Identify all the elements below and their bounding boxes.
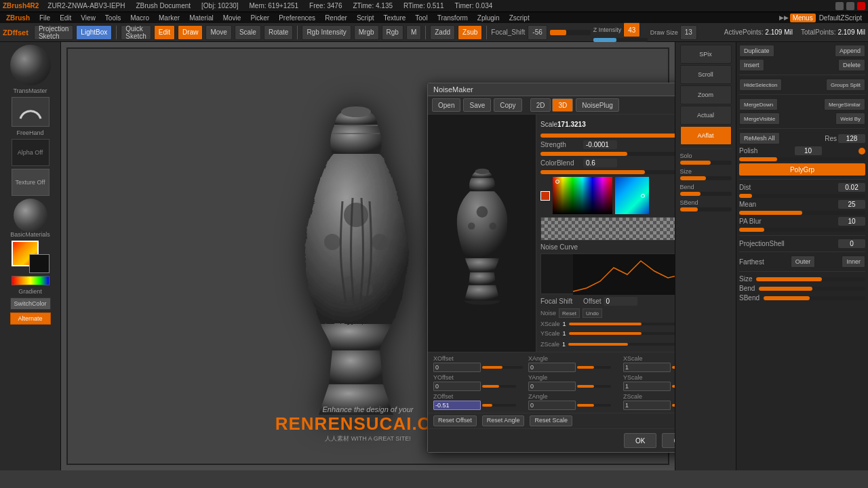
nm-curve-area[interactable] [540,253,675,294]
nm-3d-btn[interactable]: 3D [552,98,573,112]
fr-weld-by-btn[interactable]: Weld By [835,113,865,125]
menu-zscript[interactable]: Zscript [507,14,532,22]
nm-color-picker-2[interactable] [615,177,649,214]
nm-color-swatch-left[interactable] [540,191,550,201]
material-selector[interactable] [12,199,50,228]
projection-sketch-btn[interactable]: ProjectionSketch [34,25,73,40]
rs-aaflat-btn[interactable]: AAflat [680,126,732,145]
nm-zscale-bottom-field[interactable] [623,401,671,410]
nm-2d-btn[interactable]: 2D [530,98,551,112]
fr-merge-down-btn[interactable]: MergeDown [739,98,778,110]
rs-sbend-slider[interactable] [680,207,732,211]
rs-bend-slider[interactable] [680,192,732,196]
rgb-intensity-btn[interactable]: Rgb Intensity [302,25,351,40]
menu-preferences[interactable]: Preferences [277,14,317,22]
nm-yscale-slider[interactable] [569,332,675,335]
fr-merge-similar-btn[interactable]: MergeSimilar [824,98,865,110]
alpha-selector[interactable]: Alpha Off [12,139,50,166]
scale-btn[interactable]: Scale [235,25,261,40]
close-btn[interactable] [857,2,865,10]
nm-colorblend-slider[interactable] [540,170,675,174]
menu-zbrush[interactable]: ZBrush [4,14,32,22]
nm-zoffset-slider[interactable] [482,404,516,407]
nm-zoffset-field[interactable] [433,401,481,410]
nm-save-btn[interactable]: Save [463,98,491,112]
brush-preview-ball[interactable] [10,45,51,85]
fr-append-btn[interactable]: Append [835,45,865,57]
focal-shift-val[interactable]: -56 [528,25,547,40]
nm-xoffset-slider[interactable] [482,366,523,369]
rs-solo-slider[interactable] [680,161,732,165]
minimize-btn[interactable] [835,2,844,10]
default-script[interactable]: DefaultZScript [817,14,864,22]
nm-xscale-slider[interactable] [569,323,675,325]
menu-movie[interactable]: Movie [221,14,243,22]
menu-file[interactable]: File [37,14,52,22]
nm-yoffset-field[interactable] [433,382,481,391]
draw-btn[interactable]: Draw [178,25,203,40]
nm-yscale-bottom-field[interactable] [623,382,671,391]
menu-macro[interactable]: Macro [128,14,151,22]
zadd-btn[interactable]: Zadd [430,25,455,40]
fr-bend2-slider[interactable] [759,287,865,291]
nm-xscale-bottom-field[interactable] [623,363,671,372]
menu-btn[interactable]: Menus [790,14,816,22]
fr-size2-slider[interactable] [756,277,865,281]
nm-open-btn[interactable]: Open [432,98,460,112]
menu-texture[interactable]: Texture [382,14,408,22]
rgb-btn[interactable]: Rgb [382,25,403,40]
nm-color-picker[interactable] [553,177,612,214]
fr-insert-btn[interactable]: Insert [739,59,764,71]
nm-zangle-field[interactable] [528,401,576,410]
nm-copy-btn[interactable]: Copy [494,98,521,112]
maximize-btn[interactable] [846,2,854,10]
nm-scale-slider-row[interactable] [540,134,675,138]
menu-view[interactable]: View [79,14,98,22]
switch-color-btn[interactable]: SwitchColor [10,298,51,310]
nm-cancel-btn[interactable]: CANCEL [662,433,675,448]
background-color[interactable] [29,254,50,273]
fr-merge-visible-btn[interactable]: MergeVisible [739,113,780,125]
nm-reset-angle-btn[interactable]: Reset Angle [482,415,525,426]
nm-ok-btn[interactable]: OK [624,433,656,448]
menu-script[interactable]: Script [355,14,376,22]
fr-polygrp-btn[interactable]: PolyGrp [739,163,865,176]
nm-yangle-field[interactable] [528,382,576,391]
nm-zangle-slider[interactable] [577,404,611,407]
fr-delete-btn[interactable]: Delete [838,59,865,71]
rs-zoom-btn[interactable]: Zoom [680,85,732,104]
menu-transform[interactable]: Transform [435,14,470,22]
nm-xangle-slider[interactable] [577,366,611,369]
draw-size-val[interactable]: 13 [680,25,697,40]
menu-marker[interactable]: Marker [157,14,182,22]
brush-stroke-preview[interactable] [12,97,50,127]
nm-xscale-bottom-slider[interactable] [672,366,675,369]
fr-polish-indicator[interactable] [859,148,865,155]
rs-scroll-btn[interactable]: Scroll [680,65,732,84]
canvas-area[interactable]: Enhance the design of your RENRENSUCAI.C… [61,42,675,470]
rotate-btn[interactable]: Rotate [264,25,293,40]
texture-selector[interactable]: Texture Off [12,169,50,196]
nm-yoffset-slider[interactable] [482,385,516,388]
menu-zplugin[interactable]: Zplugin [475,14,502,22]
rs-actual-btn[interactable]: Actual [680,106,732,125]
zsub-btn[interactable]: Zsub [458,25,482,40]
nm-zscale-slider[interactable] [568,343,675,346]
nm-xangle-field[interactable] [528,363,576,372]
nm-reset-offset-btn[interactable]: Reset Offset [433,415,477,426]
fr-polish-slider[interactable] [739,157,865,161]
menu-tools[interactable]: Tools [103,14,123,22]
fr-hide-btn[interactable]: HideSelection [739,79,782,91]
rs-size-slider[interactable] [680,176,732,180]
nm-undo-btn[interactable]: Undo [583,308,602,318]
nm-strength-slider[interactable] [540,152,675,156]
alternate-btn[interactable]: Alternate [10,312,51,325]
mrgb-btn[interactable]: Mrgb [354,25,379,40]
fr-remesh-btn[interactable]: ReMesh All [739,132,780,144]
fr-dist-slider[interactable] [739,194,865,198]
menu-render[interactable]: Render [323,14,349,22]
nm-zscale-bottom-slider[interactable] [672,404,675,407]
edit-btn[interactable]: Edit [154,25,175,40]
lightbox-btn[interactable]: LightBox [76,25,112,40]
fr-outer-btn[interactable]: Outer [791,256,816,268]
